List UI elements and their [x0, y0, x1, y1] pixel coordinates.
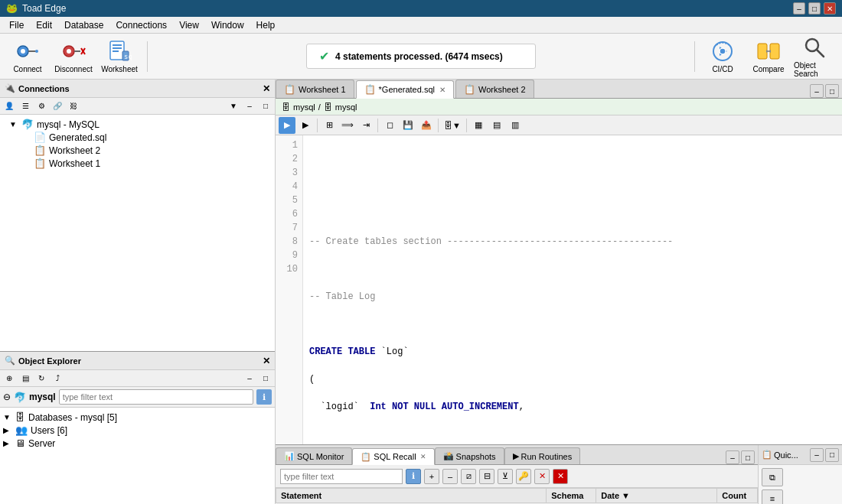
recall-x-btn[interactable]: ✕ — [534, 469, 550, 484]
quick-maximize-btn[interactable]: □ — [825, 448, 839, 462]
code-area[interactable]: 1 2 3 4 5 6 7 8 9 10 -- Create tables se… — [276, 135, 842, 444]
connections-tool-add[interactable]: 👤 — [2, 99, 17, 113]
toolbar: Connect Disconnect sql Worksheet — [0, 34, 842, 80]
expander-icon[interactable]: ▼ — [9, 120, 18, 128]
disconnect-button[interactable]: Disconnect — [52, 37, 95, 76]
tree-label-worksheet1: Worksheet 1 — [49, 158, 100, 169]
format3-btn[interactable]: ⇥ — [357, 117, 374, 134]
recall-filter-input[interactable] — [280, 469, 403, 484]
menu-connections[interactable]: Connections — [109, 18, 173, 32]
format-btn[interactable]: ⊞ — [321, 117, 338, 134]
grid2-btn[interactable]: ▤ — [488, 117, 505, 134]
schema-btn[interactable]: 🗄▼ — [442, 117, 463, 134]
connections-tool-chain2[interactable]: ⛓ — [66, 99, 81, 113]
connections-tool-minimize[interactable]: – — [242, 99, 257, 113]
expander-icon[interactable]: ▶ — [3, 439, 12, 447]
tab-generated-sql[interactable]: 📋 *Generated.sql ✕ — [356, 80, 454, 99]
quick-tool-btn[interactable]: ⧉ — [762, 468, 783, 486]
svg-rect-10 — [113, 44, 122, 46]
expander-icon[interactable]: ▼ — [3, 413, 12, 421]
col-statement[interactable]: Statement — [276, 489, 547, 503]
recall-funnel-btn[interactable]: ⊻ — [498, 469, 513, 484]
obj-filter-input[interactable] — [59, 389, 253, 405]
minimize-button[interactable]: – — [793, 2, 805, 15]
tree-node-worksheet2[interactable]: 📋 Worksheet 2 — [3, 144, 272, 157]
tree-node-worksheet1[interactable]: 📋 Worksheet 1 — [3, 157, 272, 170]
bottom-minimize-btn[interactable]: – — [726, 450, 739, 464]
code-line-5 — [309, 262, 836, 276]
obj-tool-2[interactable]: ▤ — [18, 372, 33, 385]
tree-node-databases[interactable]: ▼ 🗄 Databases - mysql [5] — [3, 411, 272, 424]
obj-filter-button[interactable]: ℹ — [256, 389, 272, 405]
menu-file[interactable]: File — [3, 18, 30, 32]
run-arrow-btn[interactable]: ▶ — [297, 117, 314, 134]
connect-label: Connect — [13, 65, 41, 73]
connections-tool-chain[interactable]: 🔗 — [50, 99, 65, 113]
col-schema[interactable]: Schema — [547, 489, 596, 503]
recall-minus-btn[interactable]: – — [442, 469, 458, 484]
menu-window[interactable]: Window — [205, 18, 250, 32]
recall-info-btn[interactable]: ℹ — [406, 469, 421, 484]
recall-xred-btn[interactable]: ✕ — [553, 469, 568, 484]
connections-close-button[interactable]: ✕ — [263, 83, 270, 94]
sqlrecall-close[interactable]: ✕ — [420, 453, 426, 460]
tab-maximize-btn[interactable]: □ — [825, 84, 839, 98]
connect-button[interactable]: Connect — [6, 37, 49, 76]
tree-node-users[interactable]: ▶ 👥 Users [6] — [3, 424, 272, 437]
save-btn[interactable]: 💾 — [400, 117, 416, 134]
bottom-tab-sqlmonitor[interactable]: 📊 SQL Monitor — [276, 447, 352, 464]
menu-help[interactable]: Help — [250, 18, 282, 32]
clear-btn[interactable]: ◻ — [381, 117, 398, 134]
run-btn[interactable]: ▶ — [279, 117, 295, 134]
recall-filter-btn[interactable]: ⊟ — [479, 469, 494, 484]
tree-node-mysql[interactable]: ▼ 🐬 mysql - MySQL — [3, 118, 272, 131]
grid1-btn[interactable]: ▦ — [470, 117, 487, 134]
obj-tool-3[interactable]: ↻ — [34, 372, 49, 385]
obj-tool-4[interactable]: ⤴ — [50, 372, 65, 385]
bottom-tab-sqlrecall[interactable]: 📋 SQL Recall ✕ — [352, 448, 434, 465]
code-content[interactable]: -- Create tables section ---------------… — [303, 135, 842, 444]
breadcrumb-table: mysql — [335, 102, 357, 112]
menu-database[interactable]: Database — [58, 18, 109, 32]
connections-tool-list[interactable]: ☰ — [18, 99, 33, 113]
recall-key-btn[interactable]: 🔑 — [516, 469, 531, 484]
tree-node-server[interactable]: ▶ 🖥 Server — [3, 437, 272, 450]
svg-point-5 — [67, 49, 71, 54]
object-search-button[interactable]: Object Search — [793, 37, 836, 76]
col-count[interactable]: Count — [717, 489, 758, 503]
recall-toolbar: ℹ + – ⧄ ⊟ ⊻ 🔑 ✕ ✕ — [276, 465, 758, 488]
code-line-4: -- Create tables section ---------------… — [309, 235, 836, 249]
menu-view[interactable]: View — [173, 18, 205, 32]
app-icon: 🐸 — [6, 3, 18, 14]
obj-tool-minimize[interactable]: – — [242, 372, 257, 385]
obj-tool-1[interactable]: ⊕ — [2, 372, 17, 385]
format2-btn[interactable]: ⟹ — [339, 117, 356, 134]
maximize-button[interactable]: □ — [808, 2, 821, 15]
col-date[interactable]: Date ▼ — [596, 489, 717, 503]
recall-add-btn[interactable]: + — [424, 469, 439, 484]
cicd-button[interactable]: CI/CD — [701, 37, 744, 76]
close-button[interactable]: ✕ — [824, 2, 836, 15]
quick-minimize-btn[interactable]: – — [810, 448, 824, 462]
tab-minimize-btn[interactable]: – — [810, 84, 824, 98]
bottom-maximize-btn[interactable]: □ — [741, 450, 755, 464]
compare-button[interactable]: Compare — [747, 37, 790, 76]
tab-generated-sql-close[interactable]: ✕ — [439, 86, 445, 94]
expander-icon[interactable]: ▶ — [3, 426, 12, 434]
quick-tool-btn2[interactable]: ≡ — [762, 489, 783, 504]
tab-worksheet2[interactable]: 📋 Worksheet 2 — [455, 80, 534, 98]
tree-node-generated[interactable]: 📄 Generated.sql — [3, 131, 272, 144]
connections-tool-maximize[interactable]: □ — [258, 99, 273, 113]
connections-tool-dropdown[interactable]: ▼ — [226, 99, 241, 113]
tab-worksheet1[interactable]: 📋 Worksheet 1 — [276, 80, 354, 98]
bottom-tab-snapshots[interactable]: 📸 Snapshots — [435, 447, 504, 464]
obj-tool-maximize[interactable]: □ — [258, 372, 273, 385]
menu-edit[interactable]: Edit — [30, 18, 58, 32]
obj-explorer-close-button[interactable]: ✕ — [263, 356, 270, 366]
worksheet-button[interactable]: sql Worksheet — [98, 37, 141, 76]
grid3-btn[interactable]: ▥ — [507, 117, 524, 134]
save2-btn[interactable]: 📤 — [418, 117, 435, 134]
bottom-tab-routines[interactable]: ▶ Run Routines — [504, 447, 581, 464]
connections-tool-config[interactable]: ⚙ — [34, 99, 49, 113]
recall-split-btn[interactable]: ⧄ — [461, 469, 476, 484]
